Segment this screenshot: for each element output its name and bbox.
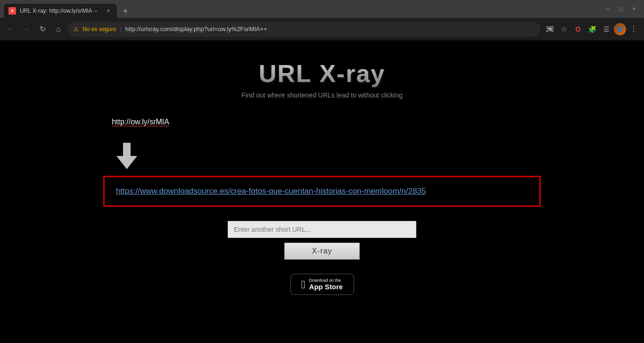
result-box: https://www.downloadsource.es/crea-fotos…	[103, 176, 541, 207]
app-store-badge[interactable]:  Download on the App Store	[290, 274, 354, 295]
new-tab-button[interactable]: +	[119, 5, 132, 18]
url-divider: |	[120, 26, 121, 33]
minimize-button[interactable]: ─	[602, 3, 614, 15]
close-window-button[interactable]: ×	[628, 3, 640, 15]
menu-button[interactable]: ⋮	[627, 23, 640, 36]
tab-title: URL X-ray: http://ow.ly/srMIA --	[20, 8, 101, 14]
profile-icon[interactable]: ☰	[600, 23, 613, 36]
security-text: No es seguro	[83, 26, 116, 33]
active-tab[interactable]: X URL X-ray: http://ow.ly/srMIA -- ×	[4, 4, 117, 18]
forward-button[interactable]: →	[20, 23, 33, 36]
extensions-icon[interactable]: 🧩	[586, 23, 599, 36]
back-button[interactable]: ←	[4, 23, 17, 36]
arrow-container	[116, 143, 137, 169]
bookmark-star-icon[interactable]: ☆	[557, 23, 570, 36]
page-content: URL X-ray Find out where shortened URLs …	[0, 41, 644, 343]
badge-text: Download on the App Store	[309, 278, 343, 291]
toolbar-icons: ☆ O 🧩 ☰ 👤 ⋮	[543, 23, 640, 36]
shortened-url-display: http://ow.ly/srMIA	[112, 118, 169, 126]
reload-button[interactable]: ↻	[36, 23, 49, 36]
tab-close-button[interactable]: ×	[105, 7, 112, 15]
maximize-button[interactable]: □	[615, 3, 627, 15]
home-button[interactable]: ⌂	[52, 23, 65, 36]
tab-favicon: X	[8, 7, 16, 15]
address-bar: ← → ↻ ⌂ ⚠ No es seguro | http://urlxray.…	[0, 18, 644, 41]
url-input[interactable]	[228, 221, 416, 238]
download-on-text: Download on the	[309, 278, 343, 283]
app-store-label: App Store	[309, 283, 343, 291]
result-url-link[interactable]: https://www.downloadsource.es/crea-fotos…	[116, 187, 426, 196]
opera-icon[interactable]: O	[571, 23, 585, 36]
current-url: http://urlxray.com/display.php?url=ow.ly…	[125, 25, 267, 33]
page-subtitle: Find out where shortened URLs lead to wi…	[241, 91, 403, 99]
user-avatar[interactable]: 👤	[614, 23, 626, 35]
input-section: X-ray	[228, 221, 416, 260]
browser-window: X URL X-ray: http://ow.ly/srMIA -- × + ─…	[0, 0, 644, 343]
url-bar[interactable]: ⚠ No es seguro | http://urlxray.com/disp…	[68, 22, 540, 37]
page-title: URL X-ray	[259, 59, 385, 88]
window-controls: ─ □ ×	[602, 3, 640, 15]
tab-bar: X URL X-ray: http://ow.ly/srMIA -- × + ─…	[0, 0, 644, 18]
url-display-section: http://ow.ly/srMIA	[103, 118, 161, 136]
cast-icon[interactable]	[543, 23, 556, 36]
apple-icon: 	[301, 279, 305, 290]
xray-button[interactable]: X-ray	[284, 243, 360, 260]
arrow-head	[116, 156, 137, 169]
arrow-shaft	[123, 143, 131, 156]
security-icon: ⚠	[74, 26, 79, 33]
